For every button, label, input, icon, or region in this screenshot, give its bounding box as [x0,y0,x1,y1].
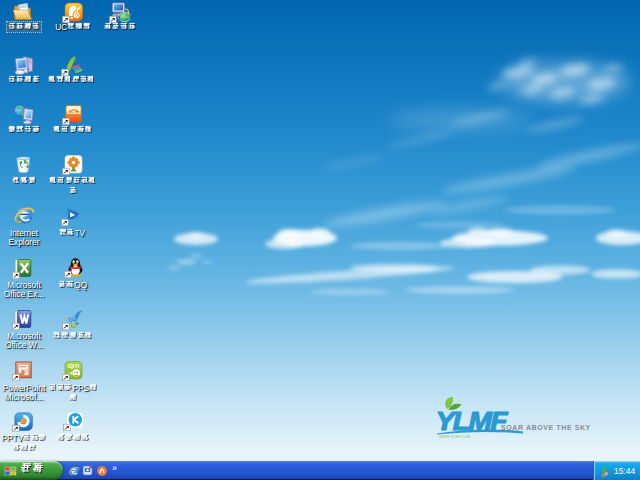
svg-text:SOAR ABOVE THE SKY: SOAR ABOVE THE SKY [501,424,591,431]
svg-text:iQIYI: iQIYI [68,363,80,369]
svg-text:WWW.YLMF.COM: WWW.YLMF.COM [439,435,470,439]
